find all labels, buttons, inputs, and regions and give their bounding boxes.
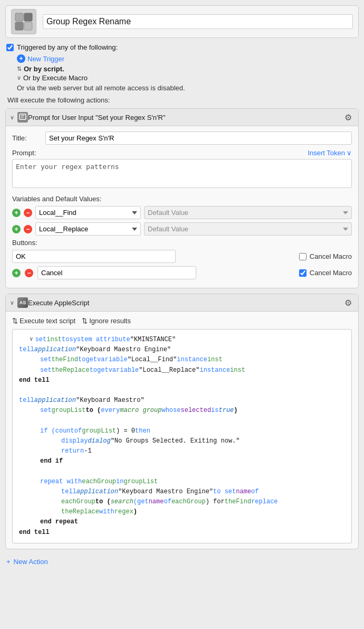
- title-label: Title:: [12, 134, 41, 142]
- var-2-select[interactable]: Local__Replace: [35, 222, 141, 236]
- prompt-textarea[interactable]: Enter your regex patterns: [12, 159, 352, 188]
- collapse-arrow-applescript[interactable]: ∨: [10, 299, 14, 306]
- kw-to-1: to: [62, 335, 69, 345]
- kw-theFind-2: theFind: [225, 497, 251, 507]
- add-var-2-icon[interactable]: +: [12, 225, 21, 233]
- code-line-6: tell application "Keyboard Maestro": [19, 396, 345, 406]
- kw-to-3: to: [90, 365, 97, 375]
- macro-header: [5, 5, 359, 38]
- kw-close-paren-2: ): [133, 507, 137, 517]
- insert-token-label: Insert Token: [308, 149, 345, 157]
- ok-button-input[interactable]: [12, 250, 176, 263]
- str-local-replace: "Local__Replace": [139, 365, 199, 375]
- action-card-applescript: ∨ AS Execute AppleScript ⚙ ⇅ Execute tex…: [5, 294, 359, 549]
- kw-regex: regex: [114, 507, 133, 517]
- add-var-1-icon[interactable]: +: [12, 209, 21, 217]
- code-line-7: set groupList to ( every macro group who…: [19, 406, 345, 416]
- kw-close-paren: ): [234, 406, 237, 416]
- svg-rect-2: [15, 22, 23, 30]
- kw-theReplace: theReplace: [52, 365, 90, 375]
- kw-selected: selected: [180, 406, 211, 416]
- updown-arrows-ignore-icon: ⇅: [82, 317, 88, 325]
- kw-end-if: end if: [40, 456, 63, 466]
- buttons-label: Buttons:: [12, 239, 352, 247]
- ok-cancel-macro-checkbox[interactable]: [299, 253, 306, 260]
- var-1-default-select[interactable]: Default Value: [144, 206, 352, 219]
- execute-text-script-button[interactable]: ⇅ Execute text script: [12, 317, 75, 325]
- remove-button-icon[interactable]: −: [25, 269, 33, 277]
- gear-icon-prompt[interactable]: ⚙: [342, 111, 354, 123]
- kw-name-2: name: [149, 497, 164, 507]
- kw-in: in: [116, 477, 123, 487]
- kw-application-2: application: [34, 396, 76, 406]
- trigger-checkbox[interactable]: [6, 44, 14, 51]
- kw-display: display: [61, 436, 88, 446]
- kw-tell-1: tell: [19, 345, 34, 355]
- collapse-arrow-prompt[interactable]: ∨: [10, 114, 14, 121]
- code-line-13: tell application "Keyboard Maestro Engin…: [19, 487, 345, 497]
- macro-title-input[interactable]: [43, 14, 353, 29]
- code-line-17: end tell: [19, 528, 345, 538]
- cancel-cancel-macro-checkbox[interactable]: [299, 269, 306, 277]
- new-action-button[interactable]: + New Action: [5, 555, 359, 569]
- cancel-button-input[interactable]: [37, 266, 196, 279]
- page: Triggered by any of the following: + New…: [0, 0, 364, 574]
- var-1-select[interactable]: Local__Find: [35, 206, 141, 219]
- cancel-cancel-macro-label: Cancel Macro: [310, 269, 352, 277]
- svg-rect-0: [15, 13, 23, 21]
- kw-name: name: [236, 487, 251, 497]
- title-input[interactable]: [45, 132, 352, 145]
- kw-set-4: set: [40, 406, 52, 416]
- kw-instance-2: instance: [199, 365, 230, 375]
- gear-icon-applescript[interactable]: ⚙: [342, 297, 354, 308]
- kw-to-set: to set: [213, 487, 236, 497]
- action-header-prompt: ∨ Prompt for User Input "Set your Regex …: [6, 109, 358, 126]
- new-trigger-button[interactable]: + New Trigger: [17, 54, 358, 63]
- web-server-text: Or via the web server but all remote acc…: [17, 84, 358, 92]
- kw-getvar-1: getvariable: [85, 355, 127, 365]
- applescript-action-body: ⇅ Execute text script ⇅ Ignore results ∨…: [6, 312, 358, 549]
- svg-rect-1: [24, 13, 32, 21]
- kw-groupList-3: groupList: [123, 477, 158, 487]
- var-row-2: + − Local__Replace Default Value: [12, 222, 352, 236]
- var-2-default-select[interactable]: Default Value: [144, 222, 352, 236]
- kw-application-3: application: [76, 487, 118, 497]
- code-line-blank1: [19, 386, 345, 396]
- prompt-label: Prompt:: [12, 149, 36, 157]
- action-card-prompt: ∨ Prompt for User Input "Set your Regex …: [5, 108, 359, 288]
- ignore-results-label: Ignore results: [89, 317, 131, 325]
- code-line-blank3: [19, 466, 345, 476]
- kw-groupList: groupList: [52, 406, 86, 416]
- code-line-16: end repeat: [19, 517, 345, 527]
- kw-end-tell-1: end tell: [19, 375, 50, 386]
- or-by-script-label: Or by script.: [24, 65, 64, 73]
- str-count-eq: ) = 0: [116, 426, 135, 436]
- kw-inst-2: inst: [207, 355, 223, 365]
- prompt-action-body: Title: Prompt: Insert Token ∨ Enter your…: [6, 126, 358, 288]
- kw-every: every: [101, 406, 120, 416]
- code-collapse-1[interactable]: ∨: [30, 335, 33, 344]
- kw-eachGroup: eachGroup: [82, 477, 116, 487]
- kw-is: is: [211, 406, 218, 416]
- down-arrow-icon: ∨: [17, 74, 21, 81]
- code-line-3: set theFind to getvariable "Local__Find"…: [19, 355, 345, 365]
- applescript-icon: AS: [17, 297, 28, 308]
- kw-true: true: [219, 406, 234, 416]
- ignore-results-button[interactable]: ⇅ Ignore results: [82, 317, 131, 325]
- code-line-8: if ( count of groupList ) = 0 then: [19, 426, 345, 436]
- remove-var-1-icon[interactable]: −: [24, 209, 32, 217]
- prompt-icon: [17, 112, 28, 123]
- kw-theReplace-2: theReplace: [61, 507, 99, 517]
- updown-arrows-script-icon: ⇅: [12, 317, 18, 325]
- button-row-ok: Cancel Macro: [12, 250, 352, 263]
- code-line-5: end tell: [19, 375, 345, 386]
- kw-dialog: dialog: [88, 436, 110, 446]
- add-button-icon[interactable]: +: [12, 269, 21, 277]
- insert-token-button[interactable]: Insert Token ∨: [308, 149, 352, 157]
- remove-var-2-icon[interactable]: −: [24, 225, 32, 233]
- code-line-1: ∨ set inst to system attribute "KMINSTAN…: [19, 335, 345, 345]
- code-line-blank2: [19, 416, 345, 426]
- str-local-find: "Local__Find": [128, 355, 177, 365]
- title-row: Title:: [12, 132, 352, 145]
- code-line-9: display dialog "No Groups Selected. Exit…: [19, 436, 345, 446]
